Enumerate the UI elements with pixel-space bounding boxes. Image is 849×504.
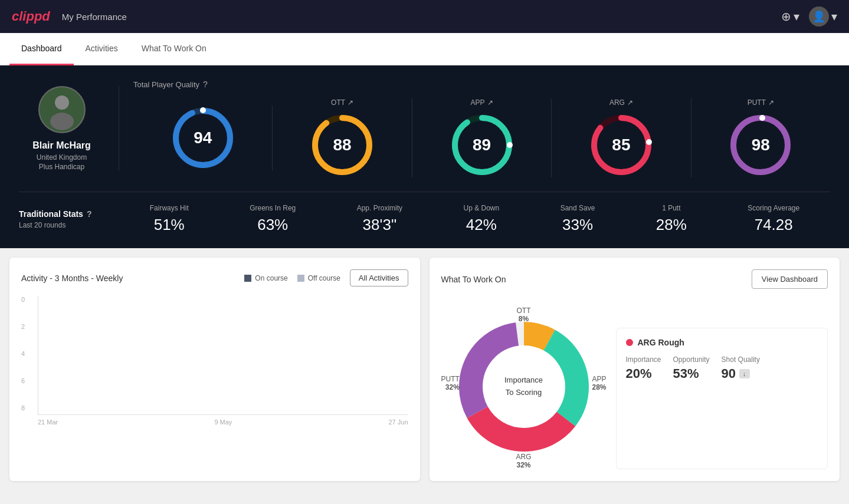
info-metric-opportunity: Opportunity 53%: [673, 355, 710, 381]
score-circle-arg: 85: [589, 113, 654, 177]
donut-label-app: APP 28%: [592, 375, 606, 391]
quality-help-icon[interactable]: ?: [203, 80, 208, 89]
trad-stat-sand: Sand Save 33%: [560, 204, 595, 234]
svg-point-13: [646, 139, 652, 145]
info-metric-shot-quality: Shot Quality 90 ↓: [722, 355, 760, 381]
profile-country: United Kingdom: [37, 153, 87, 162]
score-app: APP ↗ 89: [412, 98, 552, 177]
trad-stat-greens: Greens In Reg 63%: [250, 204, 296, 234]
info-card-title: ARG Rough: [626, 338, 818, 347]
trad-stat-updown: Up & Down 42%: [464, 204, 500, 234]
score-value-total: 94: [194, 129, 212, 147]
traditional-stats-row: Traditional Stats ? Last 20 rounds Fairw…: [19, 192, 830, 234]
avatar: 👤: [809, 6, 829, 27]
trad-sublabel: Last 20 rounds: [19, 221, 119, 229]
logo: clippd: [12, 9, 50, 24]
trad-label: Traditional Stats ?: [19, 209, 119, 219]
info-metric-importance: Importance 20%: [626, 355, 661, 381]
donut-label-putt: PUTT 32%: [441, 375, 460, 391]
activity-legend: On course Off course: [244, 274, 340, 282]
chart-area: 8 6 4 2 0 21 Mar 9 May 27 Jun: [21, 296, 408, 426]
score-label-putt: PUTT ↗: [748, 98, 774, 107]
trad-stat-proximity: App. Proximity 38'3": [357, 204, 402, 234]
score-value-arg: 85: [612, 136, 630, 154]
trad-stat-scoring: Scoring Average 74.28: [748, 204, 799, 234]
add-button[interactable]: ⊕ ▾: [781, 9, 799, 24]
header-right: ⊕ ▾ 👤 ▾: [781, 6, 837, 27]
add-icon: ⊕: [781, 9, 791, 24]
trad-stat-label-1putt: 1 Putt: [662, 204, 680, 212]
legend-off-icon: [297, 275, 304, 282]
header-title: My Performance: [62, 12, 127, 22]
legend-on-course: On course: [244, 274, 287, 282]
tab-what-to-work-on[interactable]: What To Work On: [130, 33, 218, 65]
work-on-card: What To Work On View Dashboard: [430, 258, 840, 481]
score-ott: OTT ↗ 88: [273, 98, 412, 177]
header: clippd My Performance ⊕ ▾ 👤 ▾: [0, 0, 849, 33]
score-arg: ARG ↗ 85: [552, 98, 691, 177]
work-on-header: What To Work On View Dashboard: [441, 269, 828, 289]
trad-stat-label-proximity: App. Proximity: [357, 204, 402, 212]
chart-x-labels: 21 Mar 9 May 27 Jun: [38, 415, 408, 426]
score-circle-putt: 98: [728, 113, 793, 177]
tab-activities[interactable]: Activities: [74, 33, 130, 65]
svg-point-5: [200, 107, 206, 113]
work-on-body: ImportanceTo Scoring OTT 8% APP 28% ARG …: [441, 304, 828, 469]
info-card: ARG Rough Importance 20% Opportunity 53%…: [616, 328, 828, 469]
trad-stat-value-updown: 42%: [466, 216, 497, 234]
all-activities-button[interactable]: All Activities: [350, 269, 408, 286]
bottom-content: Activity - 3 Months - Weekly On course O…: [0, 248, 849, 490]
chart-y-labels: 8 6 4 2 0: [21, 296, 33, 411]
trad-stat-value-scoring: 74.28: [755, 216, 793, 234]
trad-stat-label-sand: Sand Save: [560, 204, 595, 212]
score-putt: PUTT ↗ 98: [691, 98, 830, 177]
info-metric-label-importance: Importance: [626, 355, 661, 364]
tab-bar: Dashboard Activities What To Work On: [0, 33, 849, 65]
bar-group-1: [70, 296, 97, 414]
score-value-app: 89: [473, 136, 491, 154]
bar-group-10: [349, 296, 377, 414]
donut-center-text: ImportanceTo Scoring: [504, 374, 543, 399]
profile-name: Blair McHarg: [32, 140, 91, 151]
score-value-putt: 98: [752, 136, 770, 154]
score-circle-total: 94: [171, 106, 235, 170]
svg-point-1: [55, 95, 69, 110]
svg-point-2: [50, 113, 74, 130]
bar-group-5: [194, 296, 222, 414]
trad-help-icon[interactable]: ?: [87, 209, 92, 219]
bar-group-4: [163, 296, 191, 414]
bar-group-3: [132, 296, 159, 414]
donut-chart: ImportanceTo Scoring OTT 8% APP 28% ARG …: [441, 304, 607, 469]
trad-stat-value-greens: 63%: [257, 216, 288, 234]
legend-on-label: On course: [255, 274, 287, 282]
quality-scores: 94 OTT ↗ 88: [133, 98, 830, 177]
bar-group-6: [225, 296, 253, 414]
info-metric-value-opportunity: 53%: [673, 366, 710, 381]
trad-stat-1putt: 1 Putt 28%: [656, 204, 687, 234]
bar-group-11: [381, 296, 408, 414]
activity-controls: On course Off course All Activities: [244, 269, 408, 286]
score-circle-ott: 88: [310, 113, 375, 177]
donut-label-ott: OTT 8%: [517, 307, 531, 323]
info-dot: [626, 339, 633, 346]
quality-section: Total Player Quality ? 94: [119, 80, 830, 177]
score-label-arg: ARG ↗: [609, 98, 633, 107]
chart-plot: [38, 296, 408, 415]
trad-stat-value-1putt: 28%: [656, 216, 687, 234]
bar-group-7: [256, 296, 284, 414]
legend-off-label: Off course: [308, 274, 340, 282]
view-dashboard-button[interactable]: View Dashboard: [752, 269, 828, 289]
activity-card-header: Activity - 3 Months - Weekly On course O…: [21, 269, 408, 286]
legend-off-course: Off course: [297, 274, 340, 282]
score-label-app: APP ↗: [471, 98, 493, 107]
bar-group-0: [38, 296, 66, 414]
shot-quality-badge: ↓: [739, 369, 750, 378]
tab-dashboard[interactable]: Dashboard: [9, 33, 74, 65]
avatar-button[interactable]: 👤 ▾: [809, 6, 837, 27]
add-chevron: ▾: [794, 9, 799, 24]
bar-group-2: [100, 296, 128, 414]
trad-stat-label-scoring: Scoring Average: [748, 204, 799, 212]
work-on-title: What To Work On: [441, 275, 506, 284]
profile-handicap: Plus Handicap: [39, 163, 84, 171]
header-left: clippd My Performance: [12, 9, 127, 24]
